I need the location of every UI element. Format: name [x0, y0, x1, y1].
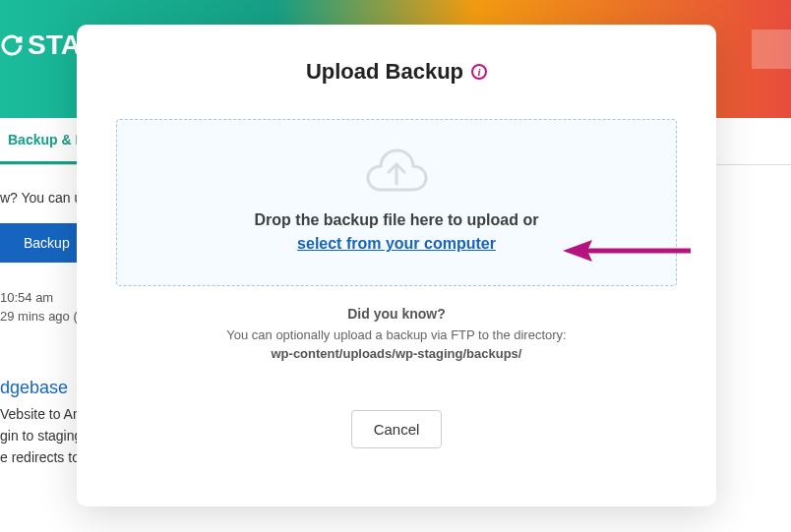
drop-text-prefix: Drop the backup file here to upload or	[255, 211, 539, 228]
logo-text: STA	[28, 30, 81, 61]
logo: STA	[0, 30, 81, 61]
modal-title-row: Upload Backup i	[306, 59, 487, 85]
upload-dropzone[interactable]: Drop the backup file here to upload or s…	[116, 119, 677, 286]
cloud-upload-icon	[362, 145, 431, 199]
ftp-tip: Did you know? You can optionally upload …	[226, 306, 566, 361]
info-icon[interactable]: i	[471, 64, 487, 80]
tip-text: You can optionally upload a backup via F…	[226, 327, 566, 342]
bg-right-block	[752, 30, 791, 69]
tip-path: wp-content/uploads/wp-staging/backups/	[226, 346, 566, 361]
drop-text: Drop the backup file here to upload or s…	[137, 208, 656, 256]
upload-backup-modal: Upload Backup i Drop the backup file her…	[77, 25, 716, 506]
cancel-button[interactable]: Cancel	[351, 410, 443, 448]
modal-title: Upload Backup	[306, 59, 463, 85]
tip-title: Did you know?	[226, 306, 566, 322]
refresh-icon	[0, 33, 24, 57]
select-from-computer-link[interactable]: select from your computer	[297, 235, 496, 252]
